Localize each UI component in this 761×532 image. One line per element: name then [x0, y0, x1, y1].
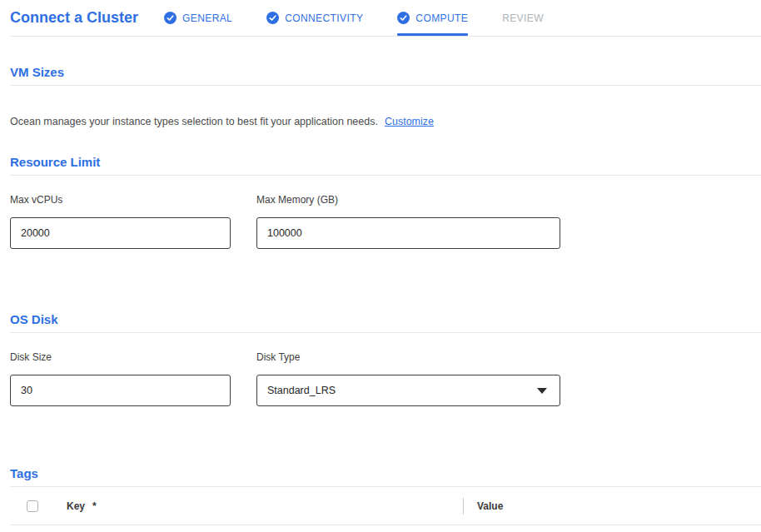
tags-value-column-header: Value [463, 487, 503, 525]
vm-sizes-section-header: VM Sizes [10, 65, 761, 86]
max-vcpus-label: Max vCPUs [10, 194, 231, 206]
step-review[interactable]: REVIEW [502, 0, 544, 36]
tags-table-header: Key * Value [10, 487, 761, 525]
max-memory-field-group: Max Memory (GB) [256, 194, 560, 249]
step-label: GENERAL [182, 12, 232, 24]
page-title: Connect a Cluster [10, 9, 138, 27]
tags-heading: Tags [10, 466, 761, 481]
max-vcpus-input[interactable] [10, 217, 231, 249]
max-memory-input[interactable] [256, 217, 560, 249]
check-circle-icon [266, 12, 279, 24]
customize-link[interactable]: Customize [385, 116, 434, 127]
check-circle-icon [397, 12, 410, 24]
compute-step-content: VM Sizes Ocean manages your instance typ… [10, 65, 761, 525]
check-circle-icon [164, 12, 177, 24]
step-label: REVIEW [502, 12, 544, 24]
chevron-down-icon [537, 388, 547, 394]
resource-limit-section-header: Resource Limit [10, 155, 761, 176]
disk-type-select[interactable]: Standard_LRS [256, 375, 560, 406]
vm-sizes-description-row: Ocean manages your instance types select… [10, 116, 761, 127]
disk-type-field-group: Disk Type Standard_LRS [256, 351, 560, 406]
resource-limit-fields: Max vCPUs Max Memory (GB) [10, 194, 761, 249]
step-compute[interactable]: COMPUTE [397, 0, 468, 36]
step-label: COMPUTE [415, 12, 468, 24]
disk-size-field-group: Disk Size [10, 351, 231, 406]
os-disk-fields: Disk Size Disk Type Standard_LRS [10, 351, 761, 406]
os-disk-section-header: OS Disk [10, 312, 761, 333]
select-all-checkbox[interactable] [27, 500, 38, 512]
required-asterisk: * [92, 500, 97, 512]
disk-size-input[interactable] [10, 375, 231, 406]
wizard-steps: GENERAL CONNECTIVITY COMPUTE REVIEW [138, 0, 544, 36]
disk-type-selected-value: Standard_LRS [267, 385, 336, 396]
disk-type-label: Disk Type [256, 351, 560, 363]
max-memory-label: Max Memory (GB) [256, 194, 560, 206]
step-general[interactable]: GENERAL [164, 0, 232, 36]
column-divider [463, 498, 464, 515]
vm-sizes-description: Ocean manages your instance types select… [10, 116, 378, 127]
os-disk-heading: OS Disk [10, 312, 761, 327]
tags-key-column-header: Key * [67, 500, 97, 512]
key-column-label: Key [67, 500, 85, 512]
wizard-header: Connect a Cluster GENERAL CONNECTIVITY C… [10, 0, 761, 37]
tags-section-header: Tags [10, 466, 761, 487]
step-label: CONNECTIVITY [285, 12, 363, 24]
resource-limit-heading: Resource Limit [10, 155, 761, 170]
disk-size-label: Disk Size [10, 351, 231, 363]
step-connectivity[interactable]: CONNECTIVITY [266, 0, 363, 36]
value-column-label: Value [477, 500, 503, 512]
max-vcpus-field-group: Max vCPUs [10, 194, 231, 249]
vm-sizes-heading: VM Sizes [10, 65, 761, 80]
